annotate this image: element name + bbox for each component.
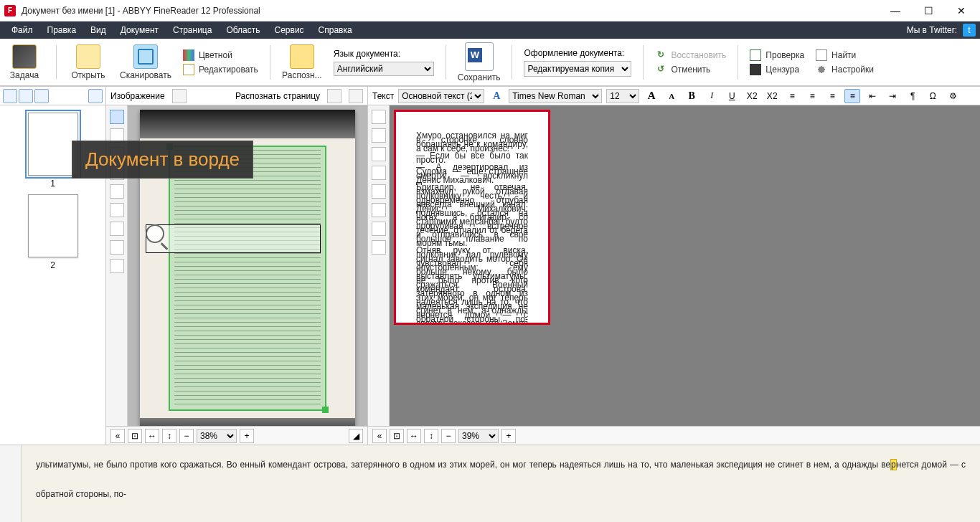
recognize-page-button[interactable]: Распознать страницу [235,91,320,101]
recognized-page[interactable]: Хмуро остановился на миг в сторонке, сло… [394,110,550,325]
restore-button[interactable]: ↻Восстановить [655,49,726,61]
text-tool-7[interactable] [372,222,386,236]
italic-button[interactable]: I [704,89,720,103]
cancel-button[interactable]: ↺Отменить [655,64,726,75]
recognize-button[interactable]: Распозн... [282,44,322,80]
thumb-page-2[interactable]: 2 [28,194,78,270]
image-view[interactable] [128,105,367,426]
close-button[interactable]: ✕ [951,5,971,16]
zoom-text[interactable]: ультиматумы, не было против кого сражать… [22,445,980,522]
task-button[interactable]: Задача [4,44,44,80]
color-icon [183,49,194,61]
thumb-settings[interactable] [88,89,103,103]
maximize-button[interactable]: ☐ [918,5,938,16]
menu-area[interactable]: Область [219,22,267,39]
tool-text-area[interactable] [110,110,124,124]
zoom-text-select[interactable]: 39% [458,429,499,443]
collapse-text-pane[interactable]: « [372,429,387,443]
find-icon [816,49,827,61]
menu-view[interactable]: Вид [83,22,113,39]
tool-barcode-area[interactable] [110,166,124,180]
show-marks[interactable]: ¶ [905,89,920,103]
zoom-out-image[interactable]: − [179,429,194,443]
format-select[interactable]: Редактируемая копия [524,61,631,77]
align-center[interactable]: ≡ [804,89,820,103]
align-left[interactable]: ≡ [784,89,800,103]
find-button[interactable]: Найти [816,49,874,61]
shrink-font[interactable]: A [664,89,679,103]
indent-dec[interactable]: ⇤ [864,89,880,103]
twitter-icon[interactable]: t [963,24,976,37]
tool-image-area[interactable] [110,147,124,161]
tool-eraser[interactable] [110,203,124,217]
fontsize-select[interactable]: 12 [606,89,639,103]
tool-pointer[interactable] [110,240,124,255]
grow-font[interactable]: A [644,89,659,103]
menu-page[interactable]: Страница [166,22,219,39]
minimize-button[interactable]: — [885,5,905,16]
text-fit-width[interactable]: ↔ [407,429,421,443]
menu-help[interactable]: Справка [311,22,359,39]
save-button[interactable]: Сохранить [458,42,501,82]
text-fit-page[interactable]: ⊡ [390,429,404,443]
tool-table-area[interactable] [110,128,124,143]
zoom-out-text[interactable]: − [441,429,456,443]
zoom-in-image[interactable]: + [240,429,254,443]
thumb-page-1[interactable]: 1 [28,113,78,189]
style-select[interactable]: Основной текст (2) [398,89,484,103]
color-mode-button[interactable]: Цветной [183,49,258,61]
fit-width[interactable]: ↔ [145,429,159,443]
text-fit-height[interactable]: ↕ [424,429,438,443]
text-view[interactable]: Хмуро остановился на миг в сторонке, сло… [390,105,980,426]
text-tool-3[interactable] [372,147,386,161]
tool-hand[interactable] [110,259,124,273]
scan-button[interactable]: Сканировать [120,44,171,80]
font-select[interactable]: Times New Roman [509,89,602,103]
zoom-image-select[interactable]: 38% [197,429,237,443]
style-editor-icon[interactable]: A [489,89,504,103]
text-settings[interactable]: ⚙ [945,89,961,103]
zoom-selection[interactable] [146,224,321,253]
language-select[interactable]: Английский [334,62,434,76]
analyze-button[interactable] [327,89,341,103]
tool-add[interactable] [110,222,124,236]
thumb-view-list[interactable] [19,89,33,103]
text-tool-4[interactable] [372,166,386,180]
menu-edit[interactable]: Правка [40,22,84,39]
menu-file[interactable]: Файл [4,22,40,39]
superscript-button[interactable]: X2 [744,89,760,103]
tool-background-area[interactable] [110,184,124,199]
underline-button[interactable]: U [724,89,740,103]
text-region[interactable] [169,146,326,411]
analyze2-button[interactable] [349,89,363,103]
text-tool-6[interactable] [372,203,386,217]
menu-bar: Файл Правка Вид Документ Страница Област… [0,22,980,39]
fit-height[interactable]: ↕ [162,429,176,443]
text-tool-1[interactable] [372,110,386,124]
text-tool-2[interactable] [372,128,386,143]
align-right[interactable]: ≡ [824,89,840,103]
image-pane: Изображение Распознать страницу [106,87,368,445]
collapse-image-pane[interactable]: « [110,429,125,443]
zoom-in-text[interactable]: + [501,429,516,443]
indent-inc[interactable]: ⇥ [885,89,900,103]
check-button[interactable]: Проверка [750,49,804,61]
thumb-view-detail[interactable] [34,89,49,103]
menu-document[interactable]: Документ [113,22,166,39]
text-tool-5[interactable] [372,184,386,199]
fit-page[interactable]: ⊡ [128,429,142,443]
subscript-button[interactable]: X2 [764,89,780,103]
insert-symbol[interactable]: Ω [925,89,941,103]
settings-button[interactable]: Настройки [816,64,874,75]
edit-image-button[interactable]: Редактировать [183,64,258,75]
align-justify[interactable]: ≡ [844,89,860,103]
bold-button[interactable]: B [684,89,699,103]
resize-handle-image[interactable]: ◢ [349,429,363,443]
thumb-view-grid[interactable] [3,89,17,103]
censor-button[interactable]: Цензура [750,64,804,75]
open-button[interactable]: Открыть [68,44,108,80]
magnifier-cursor-icon [146,224,164,243]
menu-service[interactable]: Сервис [268,22,311,39]
image-pane-icon[interactable] [172,89,187,103]
text-tool-pilcrow[interactable] [372,240,386,255]
